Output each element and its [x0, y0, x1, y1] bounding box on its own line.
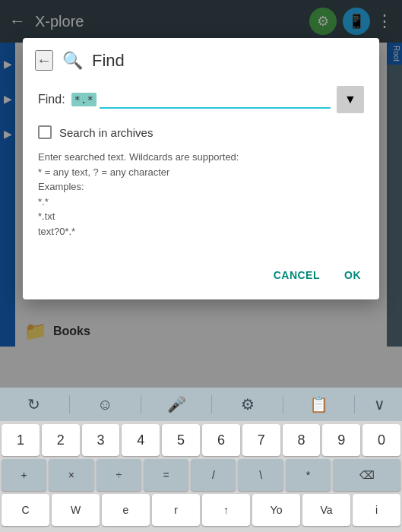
keyboard-mic-btn[interactable]: 🎤 — [160, 391, 193, 418]
find-dialog: ← 🔍 Find Find: *.* ▼ Search in archives … — [23, 38, 379, 299]
key-e[interactable]: е — [102, 494, 150, 526]
key-6[interactable]: 6 — [202, 424, 240, 456]
search-archives-label: Search in archives — [59, 126, 153, 139]
search-archives-checkbox[interactable] — [38, 125, 52, 139]
key-divide[interactable]: ÷ — [97, 459, 141, 491]
help-line2: * = any text, ? = any character — [38, 166, 169, 178]
help-examples-label: Examples: — [38, 181, 84, 192]
keyboard: ↻ ☺ 🎤 ⚙ 📋 ∨ 1 2 3 4 5 6 7 8 9 0 + × ÷ — [0, 388, 402, 532]
find-input[interactable] — [100, 90, 331, 109]
dialog-back-button[interactable]: ← — [35, 50, 53, 71]
key-8[interactable]: 8 — [283, 424, 321, 456]
keyboard-emoji-btn[interactable]: ☺ — [88, 391, 122, 418]
key-t[interactable]: ↑ — [202, 494, 250, 526]
find-input-value: *.* — [71, 93, 97, 106]
find-label: Find: — [38, 93, 65, 106]
key-w[interactable]: W — [52, 494, 100, 526]
dialog-actions: CANCEL OK — [23, 257, 379, 293]
key-y[interactable]: Yo — [252, 494, 300, 526]
key-multiply[interactable]: × — [49, 459, 93, 491]
find-row: Find: *.* ▼ — [38, 86, 364, 113]
key-asterisk[interactable]: * — [286, 459, 331, 491]
key-4[interactable]: 4 — [122, 424, 160, 456]
key-u[interactable]: Va — [302, 494, 350, 526]
keyboard-divider-4 — [283, 395, 283, 413]
key-1[interactable]: 1 — [2, 424, 40, 456]
keyboard-divider-5 — [354, 395, 355, 413]
help-text: Enter searched text. Wildcards are suppo… — [38, 150, 364, 239]
example3: text?0*.* — [38, 226, 75, 237]
keyboard-rows: 1 2 3 4 5 6 7 8 9 0 + × ÷ = / \ * ⌫ С W … — [0, 421, 402, 532]
keyboard-divider-3 — [211, 395, 212, 413]
key-9[interactable]: 9 — [322, 424, 360, 456]
keyboard-settings-btn[interactable]: ⚙ — [231, 391, 264, 418]
help-line1: Enter searched text. Wildcards are suppo… — [38, 151, 239, 163]
find-input-wrapper: *.* — [71, 90, 331, 109]
example1: *.* — [38, 196, 49, 207]
keyboard-collapse-btn[interactable]: ∨ — [374, 395, 385, 413]
dialog-search-icon: 🔍 — [62, 51, 83, 71]
find-dropdown-button[interactable]: ▼ — [337, 86, 364, 113]
keyboard-divider-2 — [141, 395, 141, 413]
key-q[interactable]: С — [2, 494, 49, 526]
ok-button[interactable]: OK — [341, 263, 364, 287]
key-i[interactable]: i — [353, 494, 400, 526]
search-archives-row: Search in archives — [38, 125, 364, 139]
key-5[interactable]: 5 — [162, 424, 200, 456]
example2: *.txt — [38, 211, 55, 222]
cancel-button[interactable]: CANCEL — [271, 263, 323, 287]
keyboard-row-q: С W е r ↑ Yo Va i — [2, 494, 400, 526]
keyboard-symbol-row: + × ÷ = / \ * ⌫ — [2, 459, 400, 491]
keyboard-number-row: 1 2 3 4 5 6 7 8 9 0 — [2, 424, 400, 456]
dialog-title: Find — [92, 51, 125, 71]
key-r[interactable]: r — [152, 494, 200, 526]
keyboard-divider-1 — [69, 395, 70, 413]
keyboard-clipboard-btn[interactable]: 📋 — [302, 391, 336, 418]
key-equals[interactable]: = — [144, 459, 188, 491]
key-plus[interactable]: + — [2, 459, 46, 491]
keyboard-toolbar: ↻ ☺ 🎤 ⚙ 📋 ∨ — [0, 388, 402, 421]
key-backslash[interactable]: \ — [238, 459, 283, 491]
key-backspace[interactable]: ⌫ — [333, 459, 400, 491]
key-slash[interactable]: / — [191, 459, 236, 491]
dialog-body: Find: *.* ▼ Search in archives Enter sea… — [23, 80, 379, 257]
key-3[interactable]: 3 — [82, 424, 120, 456]
keyboard-refresh-btn[interactable]: ↻ — [17, 391, 50, 418]
key-0[interactable]: 0 — [362, 424, 400, 456]
key-7[interactable]: 7 — [242, 424, 280, 456]
key-2[interactable]: 2 — [42, 424, 80, 456]
dialog-header: ← 🔍 Find — [23, 38, 379, 80]
